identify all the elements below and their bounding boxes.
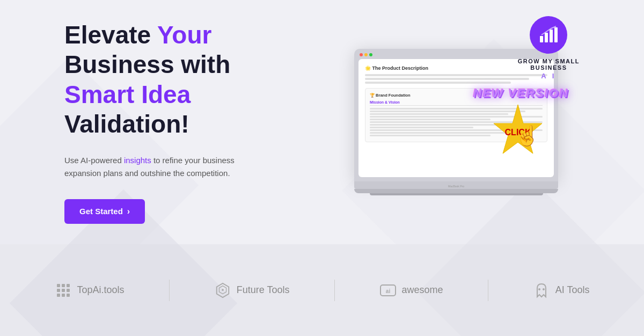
- svg-rect-3: [554, 27, 558, 42]
- svg-rect-1: [545, 33, 548, 42]
- subtitle-highlight: insights: [124, 156, 151, 165]
- doc-line: [370, 113, 508, 115]
- laptop-foot: [370, 193, 543, 195]
- svg-rect-8: [57, 289, 60, 292]
- divider-2: [334, 280, 335, 301]
- svg-rect-7: [67, 284, 70, 287]
- svg-text:ai: ai: [385, 288, 390, 294]
- click-starburst: CLICK ☝️: [488, 102, 547, 163]
- title-prefix: Elevate: [64, 21, 157, 49]
- title-highlight-your: Your: [157, 21, 211, 49]
- svg-rect-5: [57, 284, 60, 287]
- doc-line: [365, 78, 529, 80]
- aitools-icon: [533, 282, 550, 299]
- svg-point-16: [222, 289, 224, 291]
- divider-3: [488, 280, 488, 301]
- laptop-base: [354, 181, 558, 189]
- svg-rect-13: [67, 294, 70, 297]
- futuretools-icon: [214, 282, 231, 299]
- get-started-button[interactable]: Get Started ›: [64, 199, 145, 224]
- cursor-icon: ☝️: [515, 125, 539, 147]
- partner-aitools: AI Tools: [533, 282, 590, 299]
- hero-content: Elevate Your Business with Smart Idea Va…: [0, 0, 311, 256]
- aiawesome-icon: ai: [379, 282, 397, 299]
- new-version-badge: NEW VERSION: [473, 86, 569, 100]
- title-middle: Business with: [64, 50, 230, 78]
- brand-name-text: GROW MY SMALL BUSINESS A I: [518, 58, 580, 80]
- topai-label: TopAi.tools: [77, 284, 125, 296]
- doc-line: [365, 82, 511, 84]
- partner-topai: TopAi.tools: [55, 282, 125, 299]
- aitools-label: AI Tools: [555, 284, 590, 296]
- hero-section: Elevate Your Business with Smart Idea Va…: [0, 0, 644, 244]
- svg-rect-6: [62, 284, 65, 287]
- hero-subtitle: Use AI-powered insights to refine your b…: [64, 154, 268, 180]
- doc-line: [370, 132, 508, 134]
- brand-icon: [530, 16, 567, 54]
- hero-visual: GROW MY SMALL BUSINESS A I NEW VERSION: [311, 0, 644, 244]
- svg-rect-11: [57, 294, 60, 297]
- title-highlight-smart: Smart Idea: [64, 81, 191, 108]
- svg-rect-12: [62, 294, 65, 297]
- partner-futuretools: Future Tools: [214, 282, 290, 299]
- partner-strip: TopAi.tools Future Tools ai awesome: [0, 244, 644, 336]
- svg-point-20: [543, 288, 545, 290]
- futuretools-label: Future Tools: [237, 284, 290, 296]
- title-suffix: Validation!: [64, 110, 189, 138]
- brand-logo: GROW MY SMALL BUSINESS A I: [518, 16, 580, 80]
- subtitle-prefix: Use AI-powered: [64, 156, 124, 165]
- new-version-text: NEW VERSION: [473, 86, 569, 100]
- get-started-label: Get Started: [79, 207, 123, 216]
- divider-1: [169, 280, 170, 301]
- svg-rect-0: [540, 36, 543, 42]
- doc-line: [370, 135, 491, 136]
- aiawesome-label: awesome: [402, 284, 443, 296]
- svg-point-19: [538, 288, 540, 290]
- doc-line: [370, 119, 491, 120]
- hero-title: Elevate Your Business with Smart Idea Va…: [64, 20, 279, 139]
- topai-icon: [55, 282, 72, 299]
- doc-line: [370, 127, 473, 128]
- svg-rect-10: [67, 289, 70, 292]
- svg-rect-2: [550, 30, 553, 42]
- laptop-stand: [354, 189, 558, 193]
- partner-aiawesome: ai awesome: [379, 282, 443, 299]
- svg-rect-9: [62, 289, 65, 292]
- arrow-icon: ›: [127, 207, 130, 216]
